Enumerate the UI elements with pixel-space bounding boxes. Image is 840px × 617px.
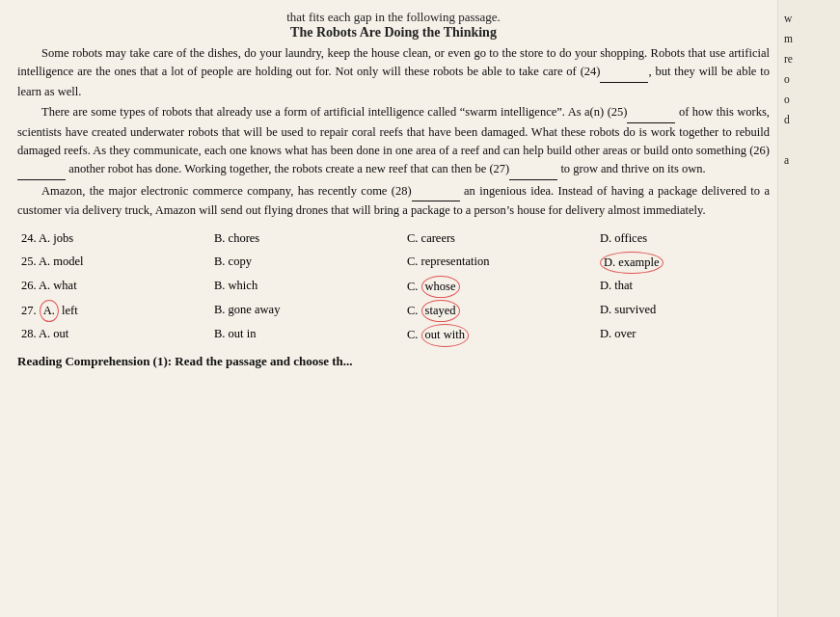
- paragraph-2: There are some types of robots that alre…: [17, 103, 770, 180]
- paragraph-3: Amazon, the major electronic commerce co…: [17, 182, 770, 221]
- p2-cont3: to grow and thrive on its own.: [557, 162, 705, 175]
- q28-d: D. over: [596, 323, 770, 347]
- q28-c: C. out with: [403, 323, 596, 347]
- q25-d: D. example: [596, 251, 770, 275]
- blank-28: [412, 182, 460, 201]
- q27-a: 27. A. left: [17, 299, 210, 323]
- right-column: w m re o o d a: [777, 0, 840, 617]
- title-line2: The Robots Are Doing the Thinking: [17, 25, 770, 40]
- blank-25: [627, 103, 675, 122]
- q27-d: D. survived: [596, 299, 770, 323]
- paragraph-1: Some robots may take care of the dishes,…: [17, 44, 770, 101]
- p2-cont2: another robot has done. Working together…: [66, 162, 509, 175]
- q26-a: 26. A. what: [17, 275, 210, 299]
- blank-26: [17, 160, 66, 179]
- main-content: that fits each gap in the following pass…: [0, 0, 777, 617]
- q28-b: B. out in: [210, 323, 403, 347]
- p3-text: Amazon, the major electronic commerce co…: [41, 184, 412, 198]
- blank-27: [509, 160, 557, 179]
- q24-c: C. careers: [403, 228, 596, 250]
- circle-outwith: out with: [421, 324, 469, 346]
- q25-b: B. copy: [210, 251, 403, 275]
- q24-d: D. offices: [596, 228, 770, 250]
- reading-comprehension-label: Reading Comprehension (1): Read the pass…: [17, 354, 770, 369]
- circle-a27: A.: [40, 300, 59, 322]
- title-line1: that fits each gap in the following pass…: [17, 10, 770, 25]
- passage: Some robots may take care of the dishes,…: [17, 44, 770, 220]
- p2-text: There are some types of robots that alre…: [41, 105, 627, 119]
- blank-24: [600, 63, 648, 82]
- questions-section: 24. A. jobs B. chores C. careers D. offi…: [17, 228, 770, 368]
- q24-a: 24. A. jobs: [17, 228, 210, 250]
- title-section: that fits each gap in the following pass…: [17, 10, 770, 40]
- q27-b: B. gone away: [210, 299, 403, 323]
- q26-b: B. which: [210, 275, 403, 299]
- questions-grid: 24. A. jobs B. chores C. careers D. offi…: [17, 228, 770, 347]
- q24-b: B. chores: [210, 228, 403, 250]
- q26-d: D. that: [596, 275, 770, 299]
- circle-d25: D. example: [600, 252, 664, 274]
- circle-whose: whose: [421, 276, 460, 298]
- q27-c: C. stayed: [403, 299, 596, 323]
- right-col-text: w m re o o d a: [784, 10, 834, 170]
- q28-a: 28. A. out: [17, 323, 210, 347]
- circle-stayed: stayed: [421, 300, 460, 322]
- q26-c: C. whose: [403, 275, 596, 299]
- q25-c: C. representation: [403, 251, 596, 275]
- q25-a: 25. A. model: [17, 251, 210, 275]
